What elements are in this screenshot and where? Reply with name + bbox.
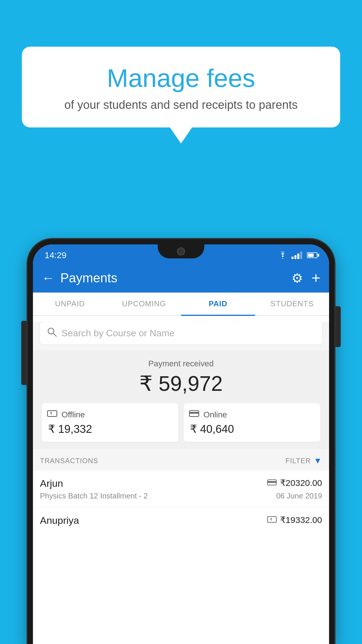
tab-students[interactable]: STUDENTS xyxy=(255,293,329,316)
offline-amount: ₹ 19,332 xyxy=(47,423,173,435)
transaction-amount: ₹19332.00 xyxy=(280,515,322,525)
settings-icon[interactable]: ⚙ xyxy=(291,271,303,286)
tabs: UNPAID UPCOMING PAID STUDENTS xyxy=(33,293,329,316)
add-button[interactable]: + xyxy=(312,269,320,287)
payment-cards: ₹ Offline ₹ 19,332 xyxy=(42,403,320,442)
phone-screen: 14:29 xyxy=(33,244,329,644)
transaction-row[interactable]: Anupriya ₹ ₹19332.00 xyxy=(33,508,329,531)
svg-text:₹: ₹ xyxy=(50,411,52,416)
offline-icon: ₹ xyxy=(47,410,57,420)
transactions-header: TRANSACTIONS FILTER ▼ xyxy=(33,449,329,471)
phone-notch xyxy=(158,244,204,258)
transactions-label: TRANSACTIONS xyxy=(40,457,98,465)
back-button[interactable]: ← xyxy=(42,272,55,284)
transaction-amount: ₹20320.00 xyxy=(280,478,322,488)
background: Manage fees of your students and send re… xyxy=(0,0,362,644)
payment-summary: Payment received ₹ 59,972 xyxy=(33,350,329,449)
status-time: 14:29 xyxy=(45,250,66,260)
transaction-date: 06 June 2019 xyxy=(276,491,322,501)
svg-rect-7 xyxy=(268,481,276,483)
signal-bars xyxy=(291,251,302,259)
battery-icon xyxy=(307,252,317,258)
tab-upcoming[interactable]: UPCOMING xyxy=(107,293,181,316)
content-area: Search by Course or Name Payment receive… xyxy=(33,322,329,531)
svg-rect-5 xyxy=(189,412,199,414)
online-amount: ₹ 40,640 xyxy=(189,423,315,435)
phone-wrapper: 14:29 xyxy=(28,239,334,644)
filter-button[interactable]: FILTER ▼ xyxy=(285,456,322,466)
status-icons xyxy=(277,251,317,259)
transaction-row[interactable]: Arjun ₹20320.00 xyxy=(33,471,329,508)
search-icon xyxy=(47,327,57,339)
course-name: Physics Batch 12 Installment - 2 xyxy=(40,491,148,501)
page-title: Payments xyxy=(60,271,117,285)
wifi-icon xyxy=(277,251,288,259)
bubble-subtitle: of your students and send receipts to pa… xyxy=(36,98,326,111)
header-left: ← Payments xyxy=(42,271,117,285)
offline-payment-card: ₹ Offline ₹ 19,332 xyxy=(42,403,178,442)
app-header: ← Payments ⚙ + xyxy=(33,263,329,293)
tab-unpaid[interactable]: UNPAID xyxy=(33,293,107,316)
svg-line-1 xyxy=(53,333,56,336)
payment-received-label: Payment received xyxy=(39,359,323,368)
phone-outer: 14:29 xyxy=(28,239,334,644)
tab-paid[interactable]: PAID xyxy=(181,293,255,316)
bubble-title: Manage fees xyxy=(36,64,326,92)
student-name: Anupriya xyxy=(40,515,79,526)
filter-label: FILTER xyxy=(285,457,311,465)
online-icon xyxy=(189,410,199,420)
header-right: ⚙ + xyxy=(291,269,320,287)
filter-icon: ▼ xyxy=(314,456,322,466)
search-bar[interactable]: Search by Course or Name xyxy=(40,322,322,344)
speech-bubble: Manage fees of your students and send re… xyxy=(22,47,340,127)
student-name: Arjun xyxy=(40,478,63,489)
online-payment-card: Online ₹ 40,640 xyxy=(184,403,320,442)
svg-text:₹: ₹ xyxy=(270,517,272,522)
transaction-amount-row: ₹20320.00 xyxy=(267,478,322,488)
payment-type-icon xyxy=(267,479,277,487)
offline-label: Offline xyxy=(61,410,85,419)
payment-total-amount: ₹ 59,972 xyxy=(39,371,323,396)
online-label: Online xyxy=(203,410,227,419)
transaction-amount-row: ₹ ₹19332.00 xyxy=(267,515,322,525)
payment-type-icon: ₹ xyxy=(267,516,277,524)
front-camera xyxy=(177,247,185,256)
search-input[interactable]: Search by Course or Name xyxy=(61,328,175,339)
